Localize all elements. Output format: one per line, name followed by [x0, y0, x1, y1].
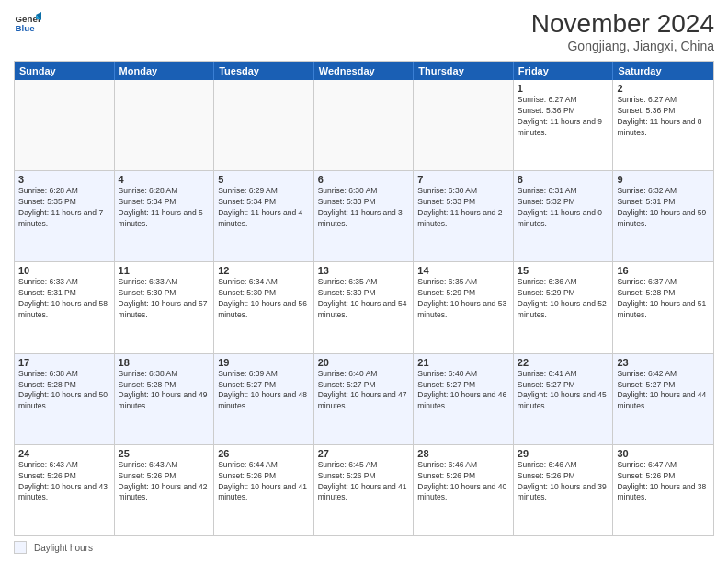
- day-number: 4: [119, 174, 210, 185]
- day-info: Sunrise: 6:30 AM Sunset: 5:33 PM Dayligh…: [417, 186, 509, 230]
- day-number: 16: [617, 265, 710, 276]
- header-day-monday: Monday: [115, 62, 215, 80]
- day-number: 23: [617, 357, 710, 368]
- subtitle: Gongjiang, Jiangxi, China: [531, 39, 714, 53]
- day-number: 6: [318, 174, 410, 185]
- calendar-cell: 13Sunrise: 6:35 AM Sunset: 5:30 PM Dayli…: [314, 262, 415, 352]
- day-number: 25: [119, 448, 210, 459]
- day-number: 22: [518, 357, 609, 368]
- logo-icon: General Blue: [14, 9, 41, 37]
- calendar-cell: 4Sunrise: 6:28 AM Sunset: 5:34 PM Daylig…: [115, 171, 215, 261]
- day-info: Sunrise: 6:46 AM Sunset: 5:26 PM Dayligh…: [518, 460, 609, 504]
- calendar-cell: 1Sunrise: 6:27 AM Sunset: 5:36 PM Daylig…: [514, 80, 614, 170]
- day-info: Sunrise: 6:29 AM Sunset: 5:34 PM Dayligh…: [218, 186, 310, 230]
- header-day-thursday: Thursday: [414, 62, 514, 80]
- day-number: 28: [417, 448, 509, 459]
- day-number: 17: [18, 357, 110, 368]
- day-number: 11: [119, 265, 210, 276]
- calendar-cell: 6Sunrise: 6:30 AM Sunset: 5:33 PM Daylig…: [314, 171, 415, 261]
- day-number: 7: [417, 174, 509, 185]
- calendar-cell: [414, 80, 514, 170]
- calendar-cell: 25Sunrise: 6:43 AM Sunset: 5:26 PM Dayli…: [115, 445, 215, 535]
- calendar-cell: 8Sunrise: 6:31 AM Sunset: 5:32 PM Daylig…: [514, 171, 614, 261]
- day-number: 24: [18, 448, 110, 459]
- calendar-cell: 10Sunrise: 6:33 AM Sunset: 5:31 PM Dayli…: [15, 262, 115, 352]
- day-info: Sunrise: 6:28 AM Sunset: 5:34 PM Dayligh…: [119, 186, 210, 230]
- day-info: Sunrise: 6:33 AM Sunset: 5:31 PM Dayligh…: [18, 277, 110, 321]
- day-info: Sunrise: 6:30 AM Sunset: 5:33 PM Dayligh…: [318, 186, 410, 230]
- calendar-cell: 16Sunrise: 6:37 AM Sunset: 5:28 PM Dayli…: [613, 262, 713, 352]
- day-number: 20: [318, 357, 410, 368]
- calendar-cell: 22Sunrise: 6:41 AM Sunset: 5:27 PM Dayli…: [514, 354, 614, 444]
- calendar-cell: 20Sunrise: 6:40 AM Sunset: 5:27 PM Dayli…: [314, 354, 415, 444]
- day-info: Sunrise: 6:33 AM Sunset: 5:30 PM Dayligh…: [119, 277, 210, 321]
- day-number: 9: [617, 174, 710, 185]
- calendar-header: SundayMondayTuesdayWednesdayThursdayFrid…: [15, 62, 713, 80]
- calendar-cell: 30Sunrise: 6:47 AM Sunset: 5:26 PM Dayli…: [613, 445, 713, 535]
- day-number: 12: [218, 265, 310, 276]
- logo: General Blue: [14, 9, 41, 37]
- header-day-tuesday: Tuesday: [214, 62, 314, 80]
- calendar-row-3: 17Sunrise: 6:38 AM Sunset: 5:28 PM Dayli…: [15, 353, 713, 444]
- day-number: 1: [518, 83, 609, 94]
- day-number: 26: [218, 448, 310, 459]
- day-info: Sunrise: 6:41 AM Sunset: 5:27 PM Dayligh…: [518, 369, 609, 413]
- calendar-cell: 24Sunrise: 6:43 AM Sunset: 5:26 PM Dayli…: [15, 445, 115, 535]
- calendar-cell: 14Sunrise: 6:35 AM Sunset: 5:29 PM Dayli…: [414, 262, 514, 352]
- calendar-cell: 19Sunrise: 6:39 AM Sunset: 5:27 PM Dayli…: [214, 354, 314, 444]
- day-number: 30: [617, 448, 710, 459]
- day-info: Sunrise: 6:42 AM Sunset: 5:27 PM Dayligh…: [617, 369, 710, 413]
- day-info: Sunrise: 6:34 AM Sunset: 5:30 PM Dayligh…: [218, 277, 310, 321]
- day-info: Sunrise: 6:37 AM Sunset: 5:28 PM Dayligh…: [617, 277, 710, 321]
- day-info: Sunrise: 6:27 AM Sunset: 5:36 PM Dayligh…: [617, 95, 710, 139]
- day-number: 18: [119, 357, 210, 368]
- header-day-wednesday: Wednesday: [314, 62, 415, 80]
- day-info: Sunrise: 6:35 AM Sunset: 5:29 PM Dayligh…: [417, 277, 509, 321]
- day-info: Sunrise: 6:35 AM Sunset: 5:30 PM Dayligh…: [318, 277, 410, 321]
- month-title: November 2024: [531, 9, 714, 39]
- day-info: Sunrise: 6:32 AM Sunset: 5:31 PM Dayligh…: [617, 186, 710, 230]
- day-info: Sunrise: 6:36 AM Sunset: 5:29 PM Dayligh…: [518, 277, 609, 321]
- day-number: 3: [18, 174, 110, 185]
- svg-text:Blue: Blue: [16, 23, 36, 33]
- page: General Blue November 2024 Gongjiang, Ji…: [0, 0, 728, 563]
- day-info: Sunrise: 6:40 AM Sunset: 5:27 PM Dayligh…: [318, 369, 410, 413]
- header-day-saturday: Saturday: [613, 62, 713, 80]
- day-number: 21: [417, 357, 509, 368]
- day-number: 27: [318, 448, 410, 459]
- day-info: Sunrise: 6:45 AM Sunset: 5:26 PM Dayligh…: [318, 460, 410, 504]
- day-info: Sunrise: 6:43 AM Sunset: 5:26 PM Dayligh…: [119, 460, 210, 504]
- day-number: 5: [218, 174, 310, 185]
- calendar-cell: 7Sunrise: 6:30 AM Sunset: 5:33 PM Daylig…: [414, 171, 514, 261]
- header: General Blue November 2024 Gongjiang, Ji…: [14, 9, 714, 53]
- header-day-friday: Friday: [514, 62, 614, 80]
- calendar-cell: 27Sunrise: 6:45 AM Sunset: 5:26 PM Dayli…: [314, 445, 415, 535]
- day-number: 8: [518, 174, 609, 185]
- calendar-cell: 11Sunrise: 6:33 AM Sunset: 5:30 PM Dayli…: [115, 262, 215, 352]
- day-info: Sunrise: 6:43 AM Sunset: 5:26 PM Dayligh…: [18, 460, 110, 504]
- legend-box: [14, 541, 27, 554]
- calendar-cell: 12Sunrise: 6:34 AM Sunset: 5:30 PM Dayli…: [214, 262, 314, 352]
- calendar-cell: 29Sunrise: 6:46 AM Sunset: 5:26 PM Dayli…: [514, 445, 614, 535]
- day-info: Sunrise: 6:31 AM Sunset: 5:32 PM Dayligh…: [518, 186, 609, 230]
- day-info: Sunrise: 6:27 AM Sunset: 5:36 PM Dayligh…: [518, 95, 609, 139]
- legend: Daylight hours: [14, 541, 714, 554]
- calendar-cell: 26Sunrise: 6:44 AM Sunset: 5:26 PM Dayli…: [214, 445, 314, 535]
- calendar-cell: 21Sunrise: 6:40 AM Sunset: 5:27 PM Dayli…: [414, 354, 514, 444]
- day-info: Sunrise: 6:40 AM Sunset: 5:27 PM Dayligh…: [417, 369, 509, 413]
- calendar-row-2: 10Sunrise: 6:33 AM Sunset: 5:31 PM Dayli…: [15, 261, 713, 352]
- day-info: Sunrise: 6:28 AM Sunset: 5:35 PM Dayligh…: [18, 186, 110, 230]
- calendar-cell: [314, 80, 415, 170]
- calendar-cell: [115, 80, 215, 170]
- calendar-cell: 2Sunrise: 6:27 AM Sunset: 5:36 PM Daylig…: [613, 80, 713, 170]
- calendar-cell: 28Sunrise: 6:46 AM Sunset: 5:26 PM Dayli…: [414, 445, 514, 535]
- day-info: Sunrise: 6:38 AM Sunset: 5:28 PM Dayligh…: [119, 369, 210, 413]
- calendar-cell: 3Sunrise: 6:28 AM Sunset: 5:35 PM Daylig…: [15, 171, 115, 261]
- legend-label: Daylight hours: [34, 543, 93, 553]
- day-number: 29: [518, 448, 609, 459]
- calendar-cell: [15, 80, 115, 170]
- day-number: 2: [617, 83, 710, 94]
- calendar-cell: 23Sunrise: 6:42 AM Sunset: 5:27 PM Dayli…: [613, 354, 713, 444]
- calendar-cell: 9Sunrise: 6:32 AM Sunset: 5:31 PM Daylig…: [613, 171, 713, 261]
- day-number: 14: [417, 265, 509, 276]
